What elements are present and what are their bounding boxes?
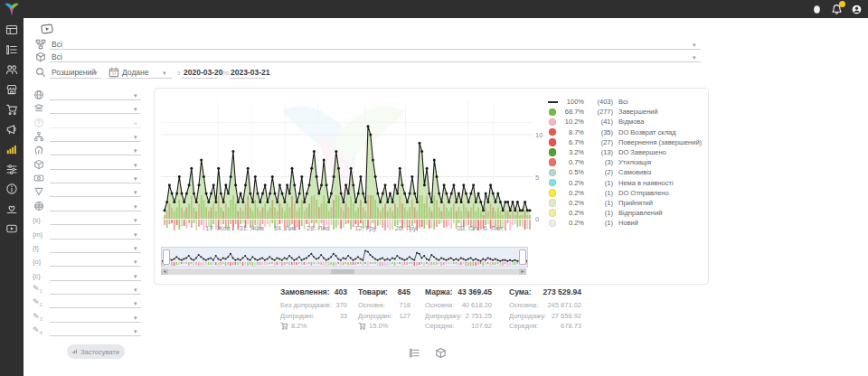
x-tick-label: 23. Січ [458,224,479,232]
list-view-icon[interactable] [409,347,420,359]
stat-sub-value: 27 658.92 [552,312,581,320]
legend-count: (1) [588,179,613,187]
sidebar-item-orders-list[interactable] [5,43,18,56]
category-filter-value[interactable]: Всі [52,40,62,49]
chevron-down-icon: ▾ [134,203,137,210]
date-field-value[interactable]: Додане [122,68,149,77]
scrollbar-grip[interactable] [331,269,354,274]
stat-sub-value: 33 [340,312,347,320]
pencil-2-icon: ✎2 [33,296,43,307]
tutorial-video-icon[interactable] [39,22,55,36]
sidebar-item-support-care[interactable] [5,202,18,215]
web-globe-icon [33,201,44,212]
legend-label: Прийнятий [618,199,653,207]
navigator-right-handle[interactable] [519,249,526,265]
navigator-mini-chart [162,248,527,267]
notifications-bell-icon[interactable] [831,4,843,15]
legend-percent: 0.2% [559,189,584,197]
date-from-input[interactable]: 2020-03-20 [184,68,222,77]
date-from-underline [182,78,218,79]
legend-marker-icon [546,199,559,207]
legend-marker-icon [546,108,559,117]
user-status-icon[interactable] [811,4,823,15]
product-filter-field[interactable] [50,61,701,62]
date-to-input[interactable]: 2023-03-21 [231,68,269,77]
date-to-label: по [222,70,230,76]
legend-item[interactable]: 6.7%(27)Повернення (завершений) [546,137,705,147]
calendar-icon[interactable]: 17 [108,67,119,78]
category-filter-field[interactable] [50,49,701,50]
legend-item[interactable]: 0.7%(3)Утилізація [546,157,705,167]
stat-sub-label: Допродажу: [425,312,462,320]
chevron-down-icon: ▾ [134,287,137,293]
legend-percent: 68.7% [559,108,584,116]
stat-sub-value: 718 [399,301,410,309]
chevron-down-icon[interactable]: ▾ [163,70,166,76]
legend-item[interactable]: 0.5%(2)Самовивіз [546,167,705,177]
chart-scrollbar[interactable]: ◂ ▸ [161,268,526,275]
legend-item[interactable]: 100%(403)Всі [546,97,705,107]
stat-sub-value: 678.73 [561,322,581,330]
sidebar-item-analytics-chart[interactable] [5,143,18,155]
stat-value: 845 [398,287,410,296]
braces-icon: {c} [33,271,43,282]
legend-count: (1) [588,199,613,207]
legend-marker-icon [546,128,559,136]
y-tick-label: 0 [535,215,539,223]
date-field-selector[interactable] [107,78,172,79]
analytics-dashboard: Всі ▾ Всі ▾ Розширений ▾ 17 Додане ▾ з 2… [0,0,868,376]
stat-sub-value: 127 [399,312,410,320]
scroll-left-arrow-icon[interactable]: ◂ [161,268,168,275]
help-icon [33,118,44,128]
sitemap-icon [35,39,46,50]
app-logo-icon[interactable] [3,2,21,16]
navigator-left-handle[interactable] [163,249,170,265]
x-tick-label: 28. Лис [307,224,329,232]
sidebar-item-dashboard[interactable] [5,24,18,36]
sidebar-item-shopping-cart[interactable] [5,103,18,116]
filter-underline [50,335,141,336]
sidebar-item-settings-sliders[interactable] [5,163,18,175]
legend-item[interactable]: 0.2%(1)Новий [546,218,705,228]
orders-status-chart[interactable] [161,93,533,230]
chevron-down-icon: ▾ [134,231,137,238]
scroll-right-arrow-icon[interactable]: ▸ [519,268,526,275]
legend-label: DO Отправлено [618,189,669,197]
sidebar-item-customers[interactable] [5,63,18,76]
legend-count: (403) [588,98,613,106]
product-filter-value[interactable]: Всі [52,52,62,61]
search-mode-value[interactable]: Розширений [52,68,96,77]
search-mode-field[interactable] [50,78,101,79]
search-icon[interactable] [35,67,46,78]
chart-navigator[interactable] [161,247,528,268]
package-view-icon[interactable] [435,347,447,359]
stat-sub-label: Допродані: [358,312,392,320]
sidebar-item-video-tutorials[interactable] [5,222,18,235]
sidebar-item-marketing-megaphone[interactable] [5,123,18,136]
chevron-down-icon[interactable]: ▾ [94,70,98,76]
chevron-down-icon[interactable]: ▾ [693,42,696,48]
legend-item[interactable]: 0.2%(1)DO Отправлено [546,188,705,198]
date-from-label: з [177,70,180,76]
sidebar-item-info[interactable] [5,183,18,195]
legend-marker-icon [546,189,559,197]
legend-item[interactable]: 10.2%(41)Відмова [546,117,705,127]
legend-item[interactable]: 0.2%(1)Нема в наявності [546,178,705,188]
apply-button[interactable]: Застосувати [67,344,125,359]
legend-item[interactable]: 0.2%(1)Прийнятий [546,198,705,208]
fingerprint-icon [33,145,44,155]
package-icon [33,159,44,170]
legend-item[interactable]: 3.2%(13)DO Завершено [546,147,705,157]
legend-item[interactable]: 8.7%(35)DO Возврат склад [546,127,705,137]
legend-marker-icon [546,209,559,217]
legend-percent: 10.2% [559,118,584,126]
stat-column: Товари:845Основні:718Допродані:12715.0% [358,287,410,330]
topbar-actions [811,2,863,16]
legend-percent: 0.2% [559,219,584,227]
sidebar-item-store[interactable] [5,83,18,96]
avatar-icon[interactable] [851,4,863,15]
legend-item[interactable]: 68.7%(277)Завершений [546,107,705,117]
chevron-down-icon[interactable]: ▾ [693,54,696,61]
x-tick-label: 26. Гру [395,224,417,232]
legend-item[interactable]: 0.2%(1)Відправлений [546,208,705,218]
